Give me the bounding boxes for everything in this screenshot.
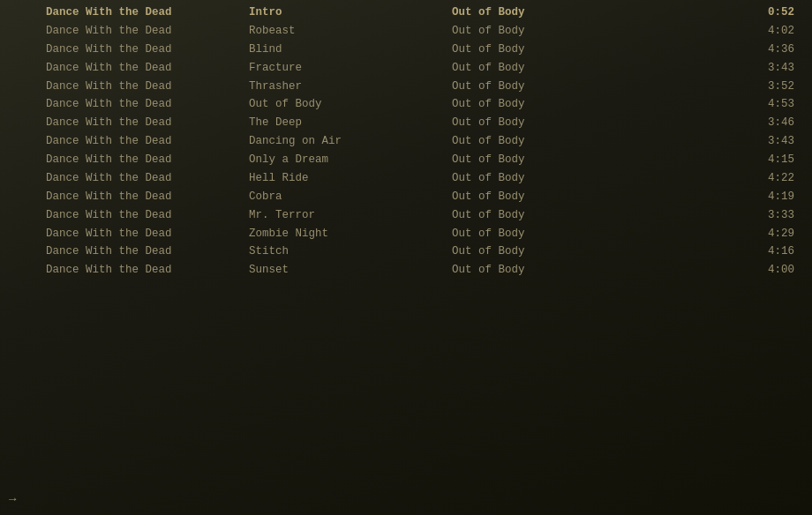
track-duration: 4:02	[628, 24, 803, 39]
track-duration: 4:22	[628, 171, 803, 186]
track-title: Zombie Night	[249, 227, 452, 242]
track-title: Fracture	[249, 61, 452, 76]
track-artist: Dance With the Dead	[46, 171, 249, 186]
track-artist: Dance With the Dead	[46, 79, 249, 94]
track-album: Out of Body	[452, 171, 628, 186]
track-album: Out of Body	[452, 5, 628, 20]
track-duration: 3:52	[628, 79, 803, 94]
track-duration: 4:53	[628, 97, 803, 112]
track-duration: 3:33	[628, 208, 803, 223]
table-row[interactable]: Dance With the DeadOnly a DreamOut of Bo…	[0, 151, 812, 169]
track-artist: Dance With the Dead	[46, 5, 249, 20]
track-artist: Dance With the Dead	[46, 227, 249, 242]
track-album: Out of Body	[452, 153, 628, 168]
track-artist: Dance With the Dead	[46, 263, 249, 278]
table-row[interactable]: Dance With the DeadStitchOut of Body4:16	[0, 243, 812, 261]
track-duration: 4:36	[628, 42, 803, 57]
track-title: Stitch	[249, 244, 452, 259]
track-title: Robeast	[249, 24, 452, 39]
track-artist: Dance With the Dead	[46, 244, 249, 259]
table-row[interactable]: Dance With the DeadZombie NightOut of Bo…	[0, 225, 812, 243]
table-row[interactable]: Dance With the DeadThe DeepOut of Body3:…	[0, 114, 812, 132]
table-row[interactable]: Dance With the DeadFractureOut of Body3:…	[0, 59, 812, 78]
track-duration: 3:43	[628, 134, 803, 149]
track-title: The Deep	[249, 116, 452, 131]
track-title: Mr. Terror	[249, 208, 452, 223]
track-duration: 4:16	[628, 244, 803, 259]
track-title: Dancing on Air	[249, 134, 452, 149]
track-album: Out of Body	[452, 116, 628, 131]
track-artist: Dance With the Dead	[46, 134, 249, 149]
track-duration: 4:19	[628, 190, 803, 205]
track-artist: Dance With the Dead	[46, 24, 249, 39]
table-row[interactable]: Dance With the DeadIntroOut of Body0:52	[0, 4, 812, 22]
track-album: Out of Body	[452, 97, 628, 112]
track-artist: Dance With the Dead	[46, 190, 249, 205]
track-title: Intro	[249, 5, 452, 20]
table-row[interactable]: Dance With the DeadCobraOut of Body4:19	[0, 188, 812, 206]
track-album: Out of Body	[452, 134, 628, 149]
track-artist: Dance With the Dead	[46, 116, 249, 131]
track-title: Cobra	[249, 190, 452, 205]
track-duration: 0:52	[628, 5, 803, 20]
track-album: Out of Body	[452, 24, 628, 39]
track-album: Out of Body	[452, 244, 628, 259]
track-album: Out of Body	[452, 79, 628, 94]
track-list: Dance With the DeadIntroOut of Body0:52D…	[0, 0, 812, 283]
track-album: Out of Body	[452, 42, 628, 57]
track-duration: 3:43	[628, 61, 803, 76]
track-album: Out of Body	[452, 190, 628, 205]
track-album: Out of Body	[452, 263, 628, 278]
table-row[interactable]: Dance With the DeadThrasherOut of Body3:…	[0, 78, 812, 96]
track-artist: Dance With the Dead	[46, 61, 249, 76]
track-artist: Dance With the Dead	[46, 97, 249, 112]
track-artist: Dance With the Dead	[46, 153, 249, 168]
track-title: Blind	[249, 42, 452, 57]
table-row[interactable]: Dance With the DeadSunsetOut of Body4:00	[0, 261, 812, 280]
track-duration: 4:00	[628, 263, 803, 278]
bottom-arrow: →	[9, 492, 16, 506]
table-row[interactable]: Dance With the DeadBlindOut of Body4:36	[0, 41, 812, 59]
track-title: Thrasher	[249, 79, 452, 94]
track-duration: 4:29	[628, 227, 803, 242]
track-album: Out of Body	[452, 208, 628, 223]
table-row[interactable]: Dance With the DeadHell RideOut of Body4…	[0, 169, 812, 188]
table-row[interactable]: Dance With the DeadDancing on AirOut of …	[0, 132, 812, 151]
track-title: Only a Dream	[249, 153, 452, 168]
track-title: Sunset	[249, 263, 452, 278]
table-row[interactable]: Dance With the DeadRobeastOut of Body4:0…	[0, 22, 812, 41]
track-duration: 3:46	[628, 116, 803, 131]
track-album: Out of Body	[452, 227, 628, 242]
track-title: Out of Body	[249, 97, 452, 112]
track-duration: 4:15	[628, 153, 803, 168]
table-row[interactable]: Dance With the DeadMr. TerrorOut of Body…	[0, 206, 812, 225]
track-album: Out of Body	[452, 61, 628, 76]
track-title: Hell Ride	[249, 171, 452, 186]
track-artist: Dance With the Dead	[46, 208, 249, 223]
table-row[interactable]: Dance With the DeadOut of BodyOut of Bod…	[0, 95, 812, 114]
track-artist: Dance With the Dead	[46, 42, 249, 57]
